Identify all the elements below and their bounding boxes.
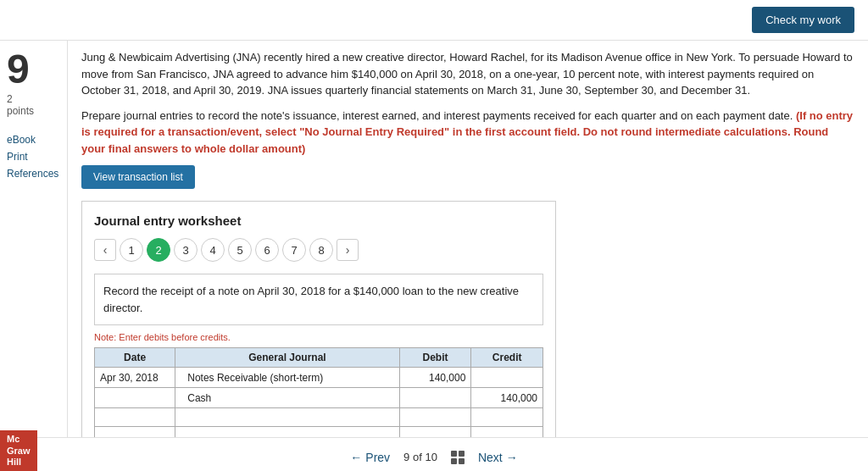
sidebar-link-ebook[interactable]: eBook bbox=[7, 134, 58, 146]
row2-date bbox=[95, 388, 175, 408]
table-row: Apr 30, 2018 Notes Receivable (short-ter… bbox=[95, 368, 543, 388]
table-row bbox=[95, 408, 543, 427]
of-label: of bbox=[413, 451, 425, 463]
grid-icon[interactable] bbox=[451, 451, 465, 464]
col-header-date: Date bbox=[95, 348, 175, 368]
mcgraw-hill-logo: Mc Graw Hill bbox=[0, 430, 37, 471]
row1-date: Apr 30, 2018 bbox=[95, 368, 175, 388]
row1-credit[interactable] bbox=[471, 368, 543, 388]
total-pages: 10 bbox=[425, 451, 437, 463]
record-description: Record the receipt of a note on April 30… bbox=[94, 274, 543, 325]
bottom-navigation: Mc Graw Hill ← Prev 9 of 10 Next → bbox=[0, 437, 868, 471]
row4-account[interactable] bbox=[175, 427, 400, 438]
page-1[interactable]: 1 bbox=[120, 238, 143, 262]
question-text: Jung & Newbicaim Advertising (JNA) recen… bbox=[81, 49, 854, 99]
page-7[interactable]: 7 bbox=[282, 238, 306, 262]
page-3[interactable]: 3 bbox=[174, 238, 198, 262]
col-header-credit: Credit bbox=[471, 348, 543, 368]
journal-entry-worksheet: Journal entry worksheet ‹ 1 2 3 4 5 6 7 … bbox=[81, 201, 556, 437]
row4-date bbox=[95, 427, 175, 438]
col-header-debit: Debit bbox=[399, 348, 471, 368]
page-info: 9 of 10 bbox=[403, 451, 437, 463]
page-next-arrow[interactable]: › bbox=[337, 239, 359, 261]
table-row bbox=[95, 427, 543, 438]
row3-credit[interactable] bbox=[471, 408, 543, 427]
page-navigation: ‹ 1 2 3 4 5 6 7 8 › bbox=[94, 238, 543, 262]
row3-date bbox=[95, 408, 175, 427]
row2-account[interactable]: Cash bbox=[175, 388, 400, 408]
next-arrow-icon: → bbox=[506, 451, 518, 464]
points-label: points bbox=[7, 105, 34, 117]
page-4[interactable]: 4 bbox=[201, 238, 225, 262]
row4-credit[interactable] bbox=[471, 427, 543, 438]
col-header-general: General Journal bbox=[175, 348, 400, 368]
question-number: 9 bbox=[7, 49, 30, 90]
current-page: 9 bbox=[403, 451, 409, 463]
row3-account[interactable] bbox=[175, 408, 400, 427]
prev-button[interactable]: ← Prev bbox=[350, 451, 390, 464]
worksheet-title: Journal entry worksheet bbox=[94, 213, 543, 228]
table-row: Cash 140,000 bbox=[95, 388, 543, 408]
view-transaction-button[interactable]: View transaction list bbox=[81, 165, 195, 189]
page-5[interactable]: 5 bbox=[228, 238, 252, 262]
next-button[interactable]: Next → bbox=[478, 451, 518, 464]
row2-credit[interactable]: 140,000 bbox=[471, 388, 543, 408]
row1-debit[interactable]: 140,000 bbox=[399, 368, 471, 388]
note-text: Note: Enter debits before credits. bbox=[94, 332, 543, 342]
sidebar-link-print[interactable]: Print bbox=[7, 151, 58, 163]
prev-label: Prev bbox=[365, 451, 390, 464]
row1-account[interactable]: Notes Receivable (short-term) bbox=[175, 368, 400, 388]
page-2[interactable]: 2 bbox=[147, 238, 170, 262]
page-6[interactable]: 6 bbox=[255, 238, 279, 262]
instruction-normal: Prepare journal entries to record the no… bbox=[81, 109, 793, 122]
sidebar-link-references[interactable]: References bbox=[7, 168, 58, 180]
page-prev-arrow[interactable]: ‹ bbox=[94, 239, 116, 261]
prev-arrow-icon: ← bbox=[350, 451, 362, 464]
next-label: Next bbox=[478, 451, 503, 464]
instruction-text: Prepare journal entries to record the no… bbox=[81, 108, 854, 158]
row3-debit[interactable] bbox=[399, 408, 471, 427]
check-my-work-button[interactable]: Check my work bbox=[752, 7, 854, 33]
row4-debit[interactable] bbox=[399, 427, 471, 438]
row2-debit[interactable] bbox=[399, 388, 471, 408]
points-value: 2 bbox=[7, 93, 13, 105]
journal-table: Date General Journal Debit Credit Apr 30… bbox=[94, 347, 543, 437]
page-8[interactable]: 8 bbox=[309, 238, 333, 262]
